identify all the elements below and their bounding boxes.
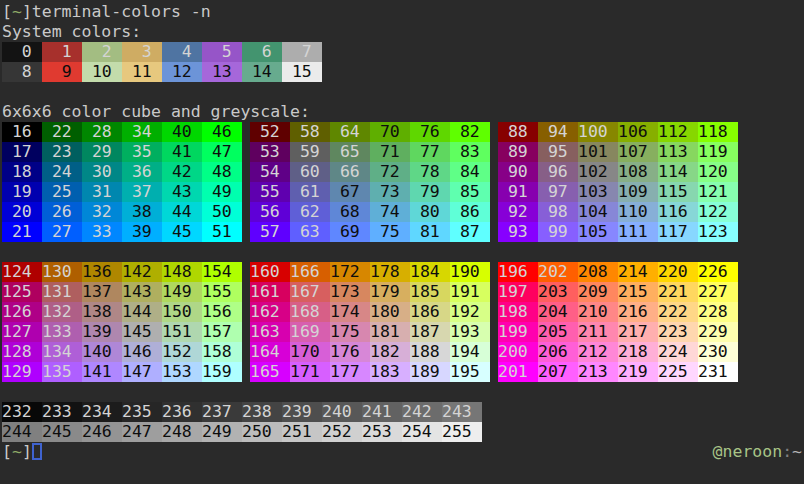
color-cell-21: 21	[2, 222, 42, 242]
color-cell-107: 107	[618, 142, 658, 162]
blank-line	[2, 382, 804, 402]
color-cell-175: 175	[330, 322, 370, 342]
block-gap	[490, 162, 498, 182]
color-cell-9: 9	[42, 62, 82, 82]
color-cell-32: 32	[82, 202, 122, 222]
block-gap	[242, 362, 250, 382]
color-cell-151: 151	[162, 322, 202, 342]
color-cell-103: 103	[578, 182, 618, 202]
color-cell-198: 198	[498, 302, 538, 322]
color-cube-strip-lower: 124 130 136 142 148 154 160 166 172 178 …	[2, 262, 804, 382]
color-cell-191: 191	[450, 282, 490, 302]
color-cell-120: 120	[698, 162, 738, 182]
color-cell-1: 1	[42, 42, 82, 62]
block-gap	[490, 142, 498, 162]
color-cell-49: 49	[202, 182, 242, 202]
color-cell-224: 224	[658, 342, 698, 362]
color-cell-192: 192	[450, 302, 490, 322]
color-cell-155: 155	[202, 282, 242, 302]
color-cell-119: 119	[698, 142, 738, 162]
color-cell-2: 2	[82, 42, 122, 62]
color-cell-150: 150	[162, 302, 202, 322]
color-cell-145: 145	[122, 322, 162, 342]
color-cell-180: 180	[370, 302, 410, 322]
color-cell-133: 133	[42, 322, 82, 342]
color-cell-166: 166	[290, 262, 330, 282]
color-cell-139: 139	[82, 322, 122, 342]
color-cell-222: 222	[658, 302, 698, 322]
color-cell-83: 83	[450, 142, 490, 162]
prompt-tilde: ~	[12, 2, 22, 21]
color-cell-12: 12	[162, 62, 202, 82]
color-cell-106: 106	[618, 122, 658, 142]
color-cell-196: 196	[498, 262, 538, 282]
color-cell-48: 48	[202, 162, 242, 182]
color-cell-61: 61	[290, 182, 330, 202]
prompt-bracket-close: ]	[22, 442, 32, 461]
color-cell-7: 7	[282, 42, 322, 62]
color-cell-251: 251	[282, 422, 322, 442]
color-cell-57: 57	[250, 222, 290, 242]
greyscale-rows: 232 233 234 235 236 237 238 239 240 241 …	[2, 402, 804, 442]
color-cell-184: 184	[410, 262, 450, 282]
color-cell-237: 237	[202, 402, 242, 422]
color-cell-90: 90	[498, 162, 538, 182]
color-cell-212: 212	[578, 342, 618, 362]
color-cell-173: 173	[330, 282, 370, 302]
color-cell-179: 179	[370, 282, 410, 302]
color-cell-30: 30	[82, 162, 122, 182]
color-cell-188: 188	[410, 342, 450, 362]
block-gap	[242, 282, 250, 302]
color-cell-60: 60	[290, 162, 330, 182]
color-cell-41: 41	[162, 142, 202, 162]
color-cell-45: 45	[162, 222, 202, 242]
color-cell-236: 236	[162, 402, 202, 422]
color-cell-162: 162	[250, 302, 290, 322]
color-cell-56: 56	[250, 202, 290, 222]
color-cell-225: 225	[658, 362, 698, 382]
color-cell-247: 247	[122, 422, 162, 442]
color-cell-47: 47	[202, 142, 242, 162]
color-cell-129: 129	[2, 362, 42, 382]
color-cell-75: 75	[370, 222, 410, 242]
color-cell-194: 194	[450, 342, 490, 362]
color-cell-3: 3	[122, 42, 162, 62]
color-cell-29: 29	[82, 142, 122, 162]
color-cell-72: 72	[370, 162, 410, 182]
color-cell-123: 123	[698, 222, 738, 242]
color-cell-122: 122	[698, 202, 738, 222]
color-cell-137: 137	[82, 282, 122, 302]
cube-label: 6x6x6 color cube and greyscale:	[2, 102, 804, 122]
color-cell-226: 226	[698, 262, 738, 282]
color-cell-93: 93	[498, 222, 538, 242]
color-cell-74: 74	[370, 202, 410, 222]
color-cell-182: 182	[370, 342, 410, 362]
color-cell-59: 59	[290, 142, 330, 162]
color-cell-252: 252	[322, 422, 362, 442]
color-cell-87: 87	[450, 222, 490, 242]
color-cell-105: 105	[578, 222, 618, 242]
color-cell-71: 71	[370, 142, 410, 162]
color-cell-20: 20	[2, 202, 42, 222]
color-cell-110: 110	[618, 202, 658, 222]
color-cell-28: 28	[82, 122, 122, 142]
greyscale-row: 232 233 234 235 236 237 238 239 240 241 …	[2, 402, 804, 422]
color-cell-98: 98	[538, 202, 578, 222]
color-cell-181: 181	[370, 322, 410, 342]
color-cell-10: 10	[82, 62, 122, 82]
color-cell-115: 115	[658, 182, 698, 202]
color-cell-43: 43	[162, 182, 202, 202]
block-gap	[242, 122, 250, 142]
terminal-screen[interactable]: [~]terminal-colors -n System colors: 0 1…	[0, 0, 804, 484]
color-cell-223: 223	[658, 322, 698, 342]
color-cell-14: 14	[242, 62, 282, 82]
color-cell-64: 64	[330, 122, 370, 142]
color-cell-78: 78	[410, 162, 450, 182]
path-tilde: ~	[792, 442, 802, 461]
block-gap	[242, 162, 250, 182]
color-cell-140: 140	[82, 342, 122, 362]
color-cell-213: 213	[578, 362, 618, 382]
color-cell-149: 149	[162, 282, 202, 302]
color-cell-253: 253	[362, 422, 402, 442]
color-cell-39: 39	[122, 222, 162, 242]
